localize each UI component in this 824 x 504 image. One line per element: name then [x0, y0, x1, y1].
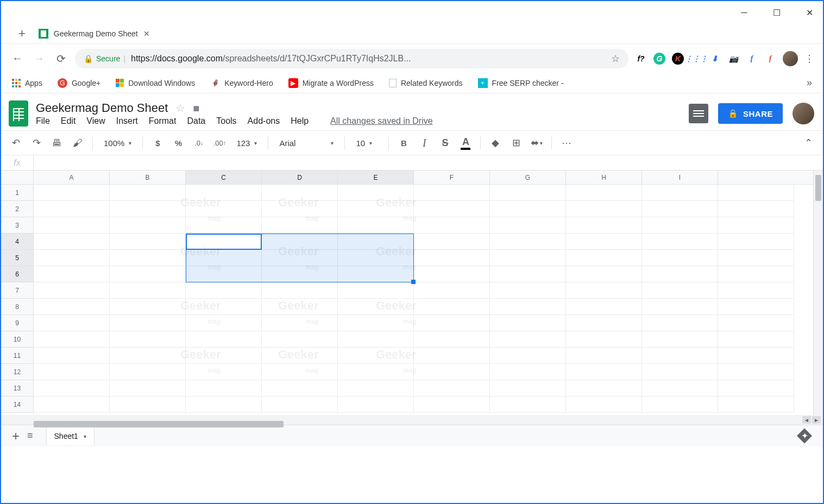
- col-header-c[interactable]: C: [186, 171, 262, 184]
- row-header-8[interactable]: 8: [1, 299, 34, 315]
- row-header-12[interactable]: 12: [1, 364, 34, 380]
- bookmark-star-button[interactable]: ☆: [611, 53, 620, 65]
- bookmark-serp-checker[interactable]: + Free SERP checker -: [478, 78, 564, 88]
- secure-indicator[interactable]: 🔒 Secure |: [84, 54, 125, 63]
- sheet-tab-menu-icon[interactable]: ▾: [84, 433, 86, 439]
- col-header-h[interactable]: H: [566, 171, 642, 184]
- grammarly-extension-icon[interactable]: G: [653, 53, 665, 65]
- browser-menu-button[interactable]: ⋮: [804, 53, 814, 65]
- sheet-tab-1[interactable]: Sheet1 ▾: [46, 427, 95, 445]
- menu-edit[interactable]: Edit: [61, 116, 76, 126]
- paint-format-button[interactable]: 🖌: [68, 134, 87, 152]
- undo-button[interactable]: ↶: [7, 134, 25, 152]
- row-header-4[interactable]: 4: [1, 234, 34, 250]
- scroll-left-button[interactable]: ◄: [802, 416, 811, 424]
- col-header-i[interactable]: I: [642, 171, 718, 184]
- menu-addons[interactable]: Add-ons: [248, 116, 280, 126]
- decrease-decimal-button[interactable]: .0↓: [190, 134, 208, 152]
- menu-data[interactable]: Data: [187, 116, 205, 126]
- horizontal-scroll-thumb[interactable]: [34, 421, 284, 427]
- font-family-select[interactable]: Arial▾: [274, 138, 339, 148]
- browser-tab[interactable]: Geekermag Demo Sheet ✕: [32, 24, 156, 43]
- forward-button[interactable]: →: [32, 51, 47, 66]
- document-title[interactable]: Geekermag Demo Sheet: [36, 101, 168, 115]
- scroll-right-button[interactable]: ►: [812, 416, 821, 424]
- row-header-9[interactable]: 9: [1, 315, 34, 331]
- reload-button[interactable]: ⟳: [53, 51, 68, 66]
- menu-view[interactable]: View: [86, 116, 105, 126]
- bookmark-keyword-hero[interactable]: 🦸 Keyword-Hero: [210, 78, 273, 88]
- bookmarks-overflow-button[interactable]: »: [807, 77, 812, 89]
- account-avatar[interactable]: [792, 103, 814, 124]
- strikethrough-button[interactable]: S: [436, 134, 454, 152]
- menu-insert[interactable]: Insert: [116, 116, 138, 126]
- row-header-3[interactable]: 3: [1, 217, 34, 234]
- borders-button[interactable]: ⊞: [507, 134, 525, 152]
- col-header-f[interactable]: F: [414, 171, 490, 184]
- font-size-select[interactable]: 10▾: [350, 138, 383, 148]
- extension-icon-grid[interactable]: ⋮⋮⋮: [690, 53, 702, 65]
- row-header-11[interactable]: 11: [1, 348, 34, 364]
- merge-cells-button[interactable]: ⬌▾: [527, 134, 546, 152]
- add-sheet-button[interactable]: +: [12, 429, 20, 444]
- menu-help[interactable]: Help: [291, 116, 309, 126]
- collapse-toolbar-button[interactable]: ⌃: [799, 134, 817, 152]
- new-tab-button[interactable]: +: [12, 27, 32, 41]
- currency-button[interactable]: $: [148, 134, 167, 152]
- menu-file[interactable]: File: [36, 116, 50, 126]
- italic-button[interactable]: I: [415, 134, 433, 152]
- vertical-scroll-thumb[interactable]: [815, 175, 821, 201]
- row-header-5[interactable]: 5: [1, 250, 34, 266]
- col-header-e[interactable]: E: [338, 171, 414, 184]
- screenshot-extension-icon[interactable]: 📷: [727, 53, 739, 65]
- redo-button[interactable]: ↷: [27, 134, 46, 152]
- move-folder-button[interactable]: ■: [193, 102, 199, 115]
- bookmark-download-windows[interactable]: Download Windows: [116, 79, 195, 87]
- explore-button[interactable]: ✦: [797, 429, 812, 444]
- menu-format[interactable]: Format: [149, 116, 177, 126]
- cells-area[interactable]: Geekermag Geekermag Geekermag Geekermag …: [34, 185, 794, 413]
- profile-avatar[interactable]: [783, 51, 798, 66]
- bold-button[interactable]: B: [394, 134, 413, 152]
- whatfont-extension-icon[interactable]: f?: [635, 53, 647, 65]
- bookmark-google-plus[interactable]: G Google+: [58, 78, 100, 88]
- window-maximize-button[interactable]: ☐: [769, 4, 785, 21]
- all-sheets-button[interactable]: ≡: [27, 430, 33, 442]
- number-format-select[interactable]: 123▾: [231, 138, 262, 148]
- select-all-corner[interactable]: [1, 171, 34, 184]
- vertical-scrollbar[interactable]: [813, 171, 823, 415]
- row-header-13[interactable]: 13: [1, 380, 34, 396]
- row-header-1[interactable]: 1: [1, 185, 34, 201]
- sheets-logo-icon[interactable]: [7, 98, 30, 129]
- save-status-link[interactable]: All changes saved in Drive: [330, 116, 433, 126]
- row-header-6[interactable]: 6: [1, 266, 34, 282]
- row-header-14[interactable]: 14: [1, 396, 34, 413]
- more-toolbar-button[interactable]: ⋯: [557, 134, 576, 152]
- menu-tools[interactable]: Tools: [216, 116, 236, 126]
- row-header-10[interactable]: 10: [1, 331, 34, 348]
- col-header-g[interactable]: G: [490, 171, 566, 184]
- extension-icon-red-f[interactable]: f: [764, 53, 776, 65]
- url-bar[interactable]: 🔒 Secure | https://docs.google.com/sprea…: [75, 49, 628, 68]
- window-minimize-button[interactable]: ─: [736, 4, 752, 21]
- col-header-a[interactable]: A: [34, 171, 110, 184]
- share-button[interactable]: 🔒 SHARE: [718, 103, 783, 124]
- extension-icon-k[interactable]: K: [672, 53, 684, 65]
- row-header-7[interactable]: 7: [1, 282, 34, 299]
- increase-decimal-button[interactable]: .00↑: [210, 134, 229, 152]
- bookmark-apps[interactable]: Apps: [12, 79, 42, 87]
- bookmark-related-keywords[interactable]: Related Keywords: [389, 79, 463, 87]
- extension-icon-download[interactable]: ⬇: [709, 53, 721, 65]
- horizontal-scrollbar[interactable]: ◄ ►: [1, 415, 823, 425]
- formula-input[interactable]: [34, 155, 823, 170]
- star-document-button[interactable]: ☆: [175, 102, 185, 115]
- row-header-2[interactable]: 2: [1, 201, 34, 217]
- percent-button[interactable]: %: [169, 134, 187, 152]
- fill-color-button[interactable]: ◆: [486, 134, 505, 152]
- comments-button[interactable]: [689, 104, 708, 123]
- facebook-extension-icon[interactable]: f: [746, 53, 758, 65]
- window-close-button[interactable]: ✕: [801, 4, 817, 21]
- print-button[interactable]: 🖶: [48, 134, 66, 152]
- zoom-select[interactable]: 100%▾: [98, 138, 137, 148]
- back-button[interactable]: ←: [10, 51, 25, 66]
